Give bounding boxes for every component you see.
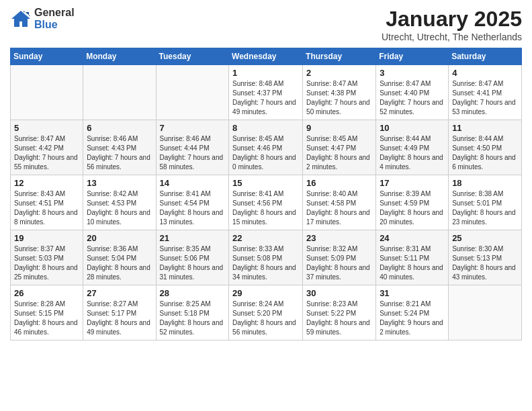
day-info: Sunrise: 8:30 AM Sunset: 5:13 PM Dayligh… [452,244,518,282]
calendar-cell [11,65,83,120]
weekday-header-saturday: Saturday [449,48,522,65]
day-number: 21 [160,233,226,243]
day-info: Sunrise: 8:36 AM Sunset: 5:04 PM Dayligh… [87,244,152,282]
day-number: 4 [452,68,518,78]
location: Utrecht, Utrecht, The Netherlands [382,32,522,42]
day-info: Sunrise: 8:45 AM Sunset: 4:46 PM Dayligh… [232,134,299,172]
day-info: Sunrise: 8:31 AM Sunset: 5:11 PM Dayligh… [380,244,445,282]
day-number: 25 [452,233,518,243]
day-number: 16 [306,178,372,188]
day-info: Sunrise: 8:44 AM Sunset: 4:49 PM Dayligh… [380,134,445,172]
calendar-cell [83,65,156,120]
calendar-cell: 4Sunrise: 8:47 AM Sunset: 4:41 PM Daylig… [449,65,522,120]
day-number: 11 [452,123,518,133]
day-info: Sunrise: 8:45 AM Sunset: 4:47 PM Dayligh… [306,134,372,172]
calendar-cell: 23Sunrise: 8:32 AM Sunset: 5:09 PM Dayli… [303,230,376,285]
calendar-cell: 29Sunrise: 8:24 AM Sunset: 5:20 PM Dayli… [229,285,303,340]
day-info: Sunrise: 8:35 AM Sunset: 5:06 PM Dayligh… [160,244,226,282]
calendar-cell: 18Sunrise: 8:38 AM Sunset: 5:01 PM Dayli… [449,175,522,230]
day-info: Sunrise: 8:33 AM Sunset: 5:08 PM Dayligh… [232,244,299,282]
day-number: 30 [306,288,372,298]
title-block: January 2025 Utrecht, Utrecht, The Nethe… [382,7,522,42]
day-number: 19 [14,233,79,243]
day-info: Sunrise: 8:28 AM Sunset: 5:15 PM Dayligh… [14,300,79,337]
calendar-table: SundayMondayTuesdayWednesdayThursdayFrid… [10,48,522,340]
calendar-cell: 9Sunrise: 8:45 AM Sunset: 4:47 PM Daylig… [303,120,376,175]
day-info: Sunrise: 8:21 AM Sunset: 5:24 PM Dayligh… [380,300,445,337]
calendar-cell [156,65,229,120]
day-info: Sunrise: 8:44 AM Sunset: 4:50 PM Dayligh… [452,134,518,172]
day-number: 23 [306,233,372,243]
day-number: 8 [232,123,299,133]
weekday-header-tuesday: Tuesday [156,48,229,65]
calendar-cell: 16Sunrise: 8:40 AM Sunset: 4:58 PM Dayli… [303,175,376,230]
day-number: 14 [160,178,226,188]
day-number: 27 [87,288,152,298]
day-number: 18 [452,178,518,188]
calendar-cell: 1Sunrise: 8:48 AM Sunset: 4:37 PM Daylig… [229,65,303,120]
calendar-cell: 27Sunrise: 8:27 AM Sunset: 5:17 PM Dayli… [83,285,156,340]
calendar-cell: 20Sunrise: 8:36 AM Sunset: 5:04 PM Dayli… [83,230,156,285]
day-info: Sunrise: 8:43 AM Sunset: 4:51 PM Dayligh… [14,189,79,227]
month-title: January 2025 [382,7,522,32]
day-number: 22 [232,233,299,243]
calendar-cell: 19Sunrise: 8:37 AM Sunset: 5:03 PM Dayli… [11,230,83,285]
weekday-header-friday: Friday [376,48,449,65]
day-info: Sunrise: 8:41 AM Sunset: 4:56 PM Dayligh… [232,189,299,227]
page-header: General Blue January 2025 Utrecht, Utrec… [10,7,522,42]
calendar-cell: 21Sunrise: 8:35 AM Sunset: 5:06 PM Dayli… [156,230,229,285]
logo-icon [10,9,32,28]
weekday-header-monday: Monday [83,48,156,65]
day-info: Sunrise: 8:47 AM Sunset: 4:40 PM Dayligh… [380,79,445,117]
calendar-week-row: 1Sunrise: 8:48 AM Sunset: 4:37 PM Daylig… [11,65,522,120]
calendar-cell: 11Sunrise: 8:44 AM Sunset: 4:50 PM Dayli… [449,120,522,175]
day-number: 17 [380,178,445,188]
calendar-week-row: 26Sunrise: 8:28 AM Sunset: 5:15 PM Dayli… [11,285,522,340]
calendar-cell: 5Sunrise: 8:47 AM Sunset: 4:42 PM Daylig… [11,120,83,175]
calendar-cell: 22Sunrise: 8:33 AM Sunset: 5:08 PM Dayli… [229,230,303,285]
calendar-cell: 7Sunrise: 8:46 AM Sunset: 4:44 PM Daylig… [156,120,229,175]
day-number: 3 [380,68,445,78]
day-info: Sunrise: 8:46 AM Sunset: 4:44 PM Dayligh… [160,134,226,172]
calendar-cell: 26Sunrise: 8:28 AM Sunset: 5:15 PM Dayli… [11,285,83,340]
day-info: Sunrise: 8:32 AM Sunset: 5:09 PM Dayligh… [306,244,372,282]
weekday-header-thursday: Thursday [303,48,376,65]
day-number: 24 [380,233,445,243]
day-number: 20 [87,233,152,243]
day-info: Sunrise: 8:40 AM Sunset: 4:58 PM Dayligh… [306,189,372,227]
calendar-cell: 10Sunrise: 8:44 AM Sunset: 4:49 PM Dayli… [376,120,449,175]
day-info: Sunrise: 8:25 AM Sunset: 5:18 PM Dayligh… [160,300,226,337]
weekday-header-wednesday: Wednesday [229,48,303,65]
day-number: 29 [232,288,299,298]
calendar-cell: 24Sunrise: 8:31 AM Sunset: 5:11 PM Dayli… [376,230,449,285]
calendar-cell: 14Sunrise: 8:41 AM Sunset: 4:54 PM Dayli… [156,175,229,230]
day-info: Sunrise: 8:41 AM Sunset: 4:54 PM Dayligh… [160,189,226,227]
calendar-header-row: SundayMondayTuesdayWednesdayThursdayFrid… [11,48,522,65]
calendar-cell: 8Sunrise: 8:45 AM Sunset: 4:46 PM Daylig… [229,120,303,175]
day-number: 10 [380,123,445,133]
logo: General Blue [10,7,75,31]
calendar-week-row: 5Sunrise: 8:47 AM Sunset: 4:42 PM Daylig… [11,120,522,175]
day-number: 6 [87,123,152,133]
calendar-cell: 15Sunrise: 8:41 AM Sunset: 4:56 PM Dayli… [229,175,303,230]
day-number: 12 [14,178,79,188]
day-info: Sunrise: 8:27 AM Sunset: 5:17 PM Dayligh… [87,300,152,337]
calendar-cell: 30Sunrise: 8:23 AM Sunset: 5:22 PM Dayli… [303,285,376,340]
day-info: Sunrise: 8:48 AM Sunset: 4:37 PM Dayligh… [232,79,299,117]
calendar-cell: 13Sunrise: 8:42 AM Sunset: 4:53 PM Dayli… [83,175,156,230]
day-info: Sunrise: 8:47 AM Sunset: 4:38 PM Dayligh… [306,79,372,117]
calendar-cell: 31Sunrise: 8:21 AM Sunset: 5:24 PM Dayli… [376,285,449,340]
day-number: 7 [160,123,226,133]
day-info: Sunrise: 8:24 AM Sunset: 5:20 PM Dayligh… [232,300,299,337]
calendar-week-row: 19Sunrise: 8:37 AM Sunset: 5:03 PM Dayli… [11,230,522,285]
day-info: Sunrise: 8:38 AM Sunset: 5:01 PM Dayligh… [452,189,518,227]
day-info: Sunrise: 8:37 AM Sunset: 5:03 PM Dayligh… [14,244,79,282]
calendar-cell: 6Sunrise: 8:46 AM Sunset: 4:43 PM Daylig… [83,120,156,175]
calendar-cell: 28Sunrise: 8:25 AM Sunset: 5:18 PM Dayli… [156,285,229,340]
day-number: 9 [306,123,372,133]
day-number: 15 [232,178,299,188]
calendar-cell: 17Sunrise: 8:39 AM Sunset: 4:59 PM Dayli… [376,175,449,230]
day-number: 13 [87,178,152,188]
day-info: Sunrise: 8:47 AM Sunset: 4:41 PM Dayligh… [452,79,518,117]
weekday-header-sunday: Sunday [11,48,83,65]
